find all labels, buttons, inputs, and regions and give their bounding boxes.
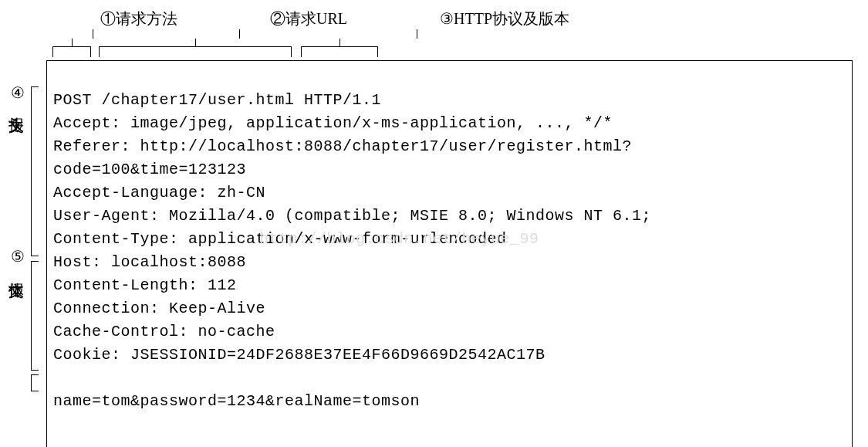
- label-request-method: ①请求方法: [100, 8, 177, 29]
- bracket-body-section: [31, 261, 39, 371]
- connector-line: [72, 39, 73, 46]
- header-host: Host: localhost:8088: [53, 253, 246, 271]
- connector-line: [417, 29, 417, 39]
- connector-line: [239, 29, 240, 39]
- request-line: POST /chapter17/user.html HTTP/1.1: [53, 91, 381, 109]
- header-content-type: Content-Type: application/x-www-form-url…: [53, 230, 507, 248]
- header-referer: Referer: http://localhost:8088/chapter17…: [53, 137, 632, 155]
- header-connection: Connection: Keep-Alive: [53, 300, 265, 317]
- request-body: name=tom&password=1234&realName=tomson: [53, 392, 420, 410]
- header-accept-language: Accept-Language: zh-CN: [53, 184, 265, 201]
- bracket-request-url: [99, 46, 292, 57]
- bracket-http-protocol: [301, 46, 378, 57]
- header-cache-control: Cache-Control: no-cache: [53, 323, 275, 340]
- connector-line: [93, 29, 93, 39]
- header-accept: Accept: image/jpeg, application/x-ms-app…: [53, 114, 613, 132]
- bracket-headers: [31, 86, 39, 256]
- label-request-url: ②请求URL: [270, 8, 347, 29]
- connector-line: [339, 39, 340, 46]
- header-cookie: Cookie: JSESSIONID=24DF2688E37EE4F66D966…: [53, 346, 545, 364]
- header-content-length: Content-Length: 112: [53, 276, 237, 294]
- header-user-agent: User-Agent: Mozilla/4.0 (compatible; MSI…: [53, 207, 651, 225]
- http-request-box: POST /chapter17/user.html HTTP/1.1 Accep…: [46, 60, 853, 447]
- label-5-number: ⑤: [11, 247, 25, 266]
- top-labels-row: ①请求方法 ②请求URL ③HTTP协议及版本: [54, 8, 860, 29]
- label-http-protocol: ③HTTP协议及版本: [440, 8, 569, 29]
- label-4-number: ④: [11, 83, 25, 102]
- connector-line: [195, 39, 196, 46]
- bracket-body-line: [31, 374, 39, 391]
- header-referer-cont: code=100&time=123123: [53, 161, 246, 178]
- bracket-request-method: [52, 46, 91, 57]
